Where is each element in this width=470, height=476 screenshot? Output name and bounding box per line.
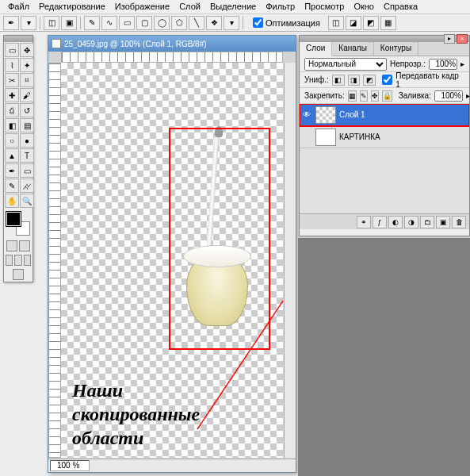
zoom-tool-icon[interactable]: 🔍	[20, 194, 34, 208]
menu-filter[interactable]: Фильтр	[261, 1, 300, 13]
tab-layers[interactable]: Слои	[300, 42, 332, 56]
dodge-tool-icon[interactable]: ●	[20, 133, 34, 148]
freeform-pen-icon[interactable]: ∿	[101, 16, 117, 30]
screenmode1-icon[interactable]	[6, 255, 13, 266]
panel-close-icon[interactable]: ×	[457, 34, 468, 44]
vertical-scrollbar[interactable]	[284, 63, 296, 458]
delete-layer-icon[interactable]: 🗑	[452, 216, 466, 228]
blend-mode-select[interactable]: Нормальный	[304, 58, 387, 71]
path-mode-icon[interactable]: ◫	[44, 16, 59, 30]
adjustment-layer-icon[interactable]: ◑	[404, 216, 418, 228]
visibility-icon[interactable]	[301, 132, 312, 143]
color-swatches[interactable]	[6, 212, 30, 236]
opacity-flyout-icon[interactable]: ▸	[460, 60, 464, 68]
layer-row[interactable]: КАРТИНКА	[300, 126, 469, 148]
tab-paths[interactable]: Контуры	[374, 42, 418, 56]
rounded-rect-icon[interactable]: ▢	[136, 16, 152, 30]
lock-position-icon[interactable]: ✥	[371, 90, 379, 102]
visibility-icon[interactable]: 👁	[301, 109, 312, 121]
marquee-tool-icon[interactable]: ▭	[5, 43, 19, 57]
pen-tool2-icon[interactable]: ✒	[5, 163, 19, 178]
lock-all-icon[interactable]: 🔒	[382, 90, 392, 102]
fill-flyout-icon[interactable]: ▸	[466, 91, 470, 100]
shape-mode-icon[interactable]: ▣	[61, 16, 77, 30]
crop-tool-icon[interactable]: ✂	[5, 73, 19, 87]
link-layers-icon[interactable]: ⚭	[357, 216, 371, 228]
layer-mask-icon[interactable]: ◐	[388, 216, 403, 228]
history-brush-icon[interactable]: ↺	[20, 103, 34, 117]
move-tool-icon[interactable]: ✥	[20, 43, 34, 57]
combine3-icon[interactable]: ◩	[363, 16, 379, 30]
slice-tool-icon[interactable]: ⌗	[20, 73, 34, 87]
menu-image[interactable]: Изображение	[110, 1, 174, 13]
lock-pixels-icon[interactable]: ✎	[360, 90, 368, 102]
blur-tool-icon[interactable]: ○	[5, 133, 19, 148]
canvas[interactable]: Наши скопированные области	[61, 63, 283, 458]
panel-menu-icon[interactable]: ▸	[444, 34, 455, 44]
combine4-icon[interactable]: ▦	[380, 16, 396, 30]
brush-tool-icon[interactable]: 🖌	[20, 88, 34, 102]
eraser-tool-icon[interactable]: ◧	[5, 118, 19, 132]
unify-style-icon[interactable]: ◩	[363, 75, 376, 86]
layer-thumbnail[interactable]	[315, 129, 336, 146]
opacity-field[interactable]	[429, 59, 457, 70]
polygon-icon[interactable]: ⬠	[171, 16, 187, 30]
jump-to-icon[interactable]	[13, 269, 24, 280]
menu-help[interactable]: Справка	[379, 1, 422, 13]
layer-row[interactable]: 👁 Слой 1	[300, 104, 469, 126]
pen-icon[interactable]: ✎	[84, 16, 100, 30]
document-titlebar[interactable]: 25_0459.jpg @ 100% (Слой 1, RGB/8#)	[48, 36, 296, 52]
lock-transparency-icon[interactable]: ▦	[348, 90, 357, 102]
line-icon[interactable]: ╲	[189, 16, 204, 30]
shape-tool-icon[interactable]: ▭	[20, 163, 34, 178]
ellipse-icon[interactable]: ◯	[154, 16, 170, 30]
layer-thumbnail[interactable]	[315, 106, 336, 124]
wand-tool-icon[interactable]: ✦	[20, 58, 34, 72]
heal-tool-icon[interactable]: ✚	[5, 88, 19, 102]
layer-name[interactable]: КАРТИНКА	[339, 132, 468, 141]
foreground-color[interactable]	[6, 212, 21, 226]
unify-vis-icon[interactable]: ◨	[348, 75, 361, 86]
custom-shape-icon[interactable]: ❖	[206, 16, 222, 30]
new-group-icon[interactable]: 🗀	[420, 216, 434, 228]
menu-edit[interactable]: Редактирование	[34, 1, 110, 13]
combine1-icon[interactable]: ◫	[328, 16, 344, 30]
menu-window[interactable]: Окно	[349, 1, 379, 13]
notes-tool-icon[interactable]: ✎	[5, 178, 19, 193]
unify-pos-icon[interactable]: ◧	[332, 75, 345, 86]
fill-field[interactable]	[434, 90, 463, 102]
quickmask-off-icon[interactable]	[6, 240, 17, 251]
lasso-tool-icon[interactable]: ⌇	[5, 58, 19, 72]
horizontal-ruler	[61, 52, 283, 63]
gradient-tool-icon[interactable]: ▤	[20, 118, 34, 132]
hand-tool-icon[interactable]: ✋	[5, 194, 19, 208]
options-bar: ✒ ▾ ◫ ▣ ✎ ∿ ▭ ▢ ◯ ⬠ ╲ ❖ ▾ Оптимизация ◫ …	[0, 14, 470, 32]
pen-tool-icon[interactable]: ✒	[3, 16, 19, 30]
menu-view[interactable]: Просмотр	[300, 1, 349, 13]
propagate-checkbox[interactable]	[382, 75, 392, 85]
combine2-icon[interactable]: ◪	[346, 16, 361, 30]
menu-file[interactable]: Файл	[3, 1, 34, 13]
layer-name[interactable]: Слой 1	[339, 110, 468, 119]
menu-layer[interactable]: Слой	[174, 1, 205, 13]
layer-style-icon[interactable]: ƒ	[373, 216, 387, 228]
path-select-icon[interactable]: ▲	[5, 148, 19, 163]
type-tool-icon[interactable]: T	[20, 148, 34, 163]
stamp-tool-icon[interactable]: ⎙	[5, 103, 19, 117]
status-bar: 100 %	[48, 459, 296, 472]
palette-grip[interactable]	[4, 36, 32, 42]
screenmode3-icon[interactable]	[24, 255, 31, 266]
optimize-checkbox[interactable]	[253, 17, 263, 28]
panel-grip[interactable]: ▸ ×	[300, 36, 469, 42]
dropdown2-icon[interactable]: ▾	[224, 16, 239, 30]
eyedropper-icon[interactable]: ⌭	[20, 178, 34, 193]
screenmode2-icon[interactable]	[14, 255, 21, 266]
new-layer-icon[interactable]: ▣	[436, 216, 450, 228]
dropdown-icon[interactable]: ▾	[21, 16, 36, 30]
tab-channels[interactable]: Каналы	[332, 42, 374, 56]
menu-select[interactable]: Выделение	[205, 1, 261, 13]
quickmask-on-icon[interactable]	[19, 240, 30, 251]
zoom-field[interactable]: 100 %	[50, 460, 90, 471]
propagate-label: Передавать кадр 1	[395, 71, 464, 89]
rect-icon[interactable]: ▭	[119, 16, 135, 30]
